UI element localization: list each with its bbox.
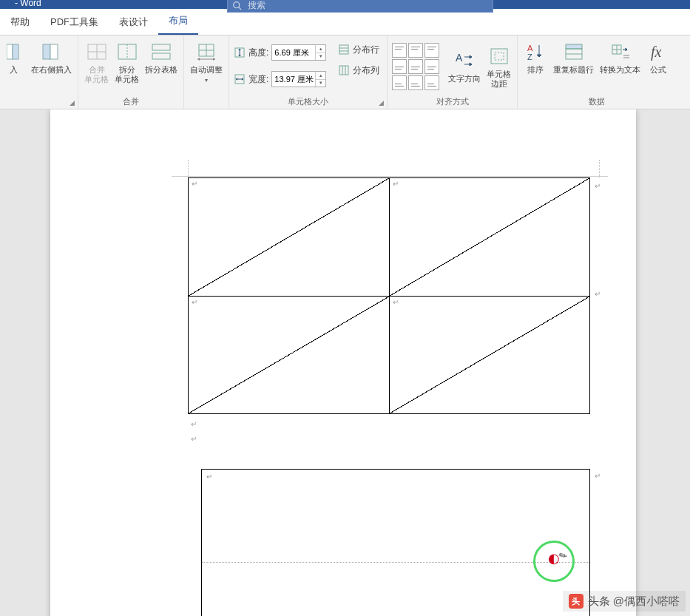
group-autofit: 自动调整▾ [184, 35, 229, 109]
table-2x2[interactable]: ↵ ↵ ↵ ↵ [188, 177, 590, 414]
paragraph-mark-icon: ↵ [595, 290, 601, 298]
alignment-grid [392, 43, 439, 90]
height-spin-down[interactable]: ▼ [315, 53, 325, 61]
document-area[interactable]: ↵ ↵ ↵ ↵ ↵ ↵ ↵ ↵ ↵ ◐ ✎ ↵ 头 头条 @偶西小嗒嗒 [0, 109, 690, 616]
paragraph-mark-icon: ↵ [393, 298, 399, 306]
sort-button[interactable]: AZ 排序 [522, 38, 549, 76]
align-middle-center[interactable] [408, 59, 423, 74]
distribute-rows-button[interactable]: 分布行 [335, 41, 382, 58]
formula-button[interactable]: fx 公式 [645, 38, 672, 76]
paragraph-mark-icon: ↵ [595, 472, 601, 480]
cell-r1c1[interactable]: ↵ [189, 178, 390, 297]
svg-text:Z: Z [527, 53, 532, 61]
margin-guide [172, 176, 608, 177]
autofit-button[interactable]: 自动调整▾ [189, 38, 224, 87]
text-box[interactable]: ↵ ◐ ✎ [201, 469, 590, 616]
page: ↵ ↵ ↵ ↵ ↵ ↵ ↵ ↵ ↵ ◐ ✎ ↵ [50, 109, 636, 616]
svg-rect-27 [491, 49, 507, 64]
align-bottom-left[interactable] [392, 75, 407, 90]
svg-rect-2 [7, 44, 13, 59]
svg-text:fx: fx [651, 44, 662, 61]
app-title: - Word [15, 0, 41, 8]
svg-rect-31 [566, 44, 582, 49]
distribute-cols-button[interactable]: 分布列 [335, 62, 382, 78]
align-middle-left[interactable] [392, 59, 407, 74]
watermark: 头 头条 @偶西小嗒嗒 [563, 591, 686, 612]
align-bottom-right[interactable] [425, 75, 439, 90]
search-placeholder: 搜索 [248, 0, 265, 12]
insert-right-button[interactable]: 在右侧插入 [30, 38, 73, 76]
align-middle-right[interactable] [425, 59, 439, 74]
cell-r2c2[interactable]: ↵ [389, 296, 590, 414]
watermark-text: 头条 @偶西小嗒嗒 [588, 595, 680, 609]
svg-text:A: A [527, 44, 533, 53]
paragraph-mark-icon: ↵ [192, 180, 197, 188]
cell-margins-button[interactable]: 单元格 边距 [485, 43, 513, 90]
cell-r1c2[interactable]: ↵ [389, 178, 590, 297]
toutiao-logo-icon: 头 [569, 594, 584, 609]
height-icon [234, 47, 246, 58]
align-top-left[interactable] [392, 43, 407, 58]
split-table-button[interactable]: 拆分表格 [143, 38, 179, 76]
tab-table-design[interactable]: 表设计 [109, 10, 158, 35]
paragraph-mark-icon: ↵ [191, 435, 197, 443]
height-spin-up[interactable]: ▲ [315, 45, 325, 53]
svg-rect-3 [13, 44, 18, 59]
search-box[interactable]: 搜索 [227, 0, 493, 13]
insert-left-button[interactable]: 入 [0, 38, 27, 76]
svg-text:A: A [456, 52, 463, 64]
width-label: 宽度: [248, 73, 268, 86]
paragraph-mark-icon: ↵ [191, 420, 197, 428]
cell-r2c1[interactable]: ↵ [189, 296, 390, 414]
tab-help[interactable]: 帮助 [0, 10, 40, 35]
width-icon [234, 73, 246, 85]
search-icon [232, 1, 242, 10]
group-rows-cols: 入 在右侧插入 ◢ [0, 35, 78, 109]
group-cell-size-label: 单元格大小 [234, 94, 382, 109]
repeat-header-button[interactable]: 重复标题行 [552, 38, 595, 76]
paragraph-mark-icon: ↵ [206, 473, 212, 481]
group-alignment-label: 对齐方式 [392, 94, 513, 109]
width-spin-down[interactable]: ▼ [315, 80, 325, 87]
align-top-right[interactable] [425, 43, 439, 58]
svg-point-0 [234, 1, 240, 7]
height-input[interactable]: 6.69 厘米 ▲▼ [271, 44, 326, 61]
svg-rect-11 [152, 44, 170, 50]
title-bar: - Word 搜索 [0, 0, 690, 9]
svg-rect-5 [50, 44, 58, 59]
paragraph-mark-icon: ↵ [393, 180, 399, 188]
height-label: 高度: [248, 47, 268, 59]
svg-rect-28 [495, 53, 504, 60]
group-merge: 合并 单元格 拆分 单元格 拆分表格 合并 [78, 35, 184, 109]
split-guide-line [202, 562, 589, 563]
ribbon: 入 在右侧插入 ◢ 合并 单元格 拆分 单元格 拆分表格 合 [0, 35, 690, 109]
svg-rect-4 [43, 44, 50, 59]
merge-cells-button[interactable]: 合并 单元格 [83, 38, 110, 86]
tab-pdf-tools[interactable]: PDF工具集 [40, 10, 109, 35]
paragraph-mark-icon: ↵ [192, 298, 197, 306]
cursor-highlight: ◐ ✎ [533, 541, 575, 582]
group-data: AZ 排序 重复标题行 转换为文本 fx 公式 数据 [518, 35, 676, 109]
svg-line-1 [239, 7, 241, 9]
group-data-label: 数据 [522, 94, 672, 109]
align-bottom-center[interactable] [408, 75, 423, 90]
group-alignment: A 文字方向 单元格 边距 对齐方式 [388, 35, 518, 109]
rows-cols-dialog-launcher[interactable]: ◢ [67, 98, 76, 107]
svg-rect-20 [339, 45, 348, 54]
tab-layout[interactable]: 布局 [158, 8, 198, 35]
ribbon-tabs: 帮助 PDF工具集 表设计 布局 [0, 9, 690, 35]
svg-rect-23 [339, 66, 348, 75]
cell-size-dialog-launcher[interactable]: ◢ [376, 98, 385, 107]
width-spin-up[interactable]: ▲ [315, 72, 325, 80]
align-top-center[interactable] [408, 43, 423, 58]
width-input[interactable]: 13.97 厘米 ▲▼ [271, 71, 326, 87]
group-merge-label: 合并 [83, 94, 179, 109]
convert-to-text-button[interactable]: 转换为文本 [598, 38, 642, 76]
group-cell-size: 高度: 6.69 厘米 ▲▼ 宽度: 13.97 厘米 ▲▼ [229, 35, 388, 109]
split-cells-button[interactable]: 拆分 单元格 [113, 38, 141, 86]
svg-rect-12 [152, 53, 170, 59]
text-direction-button[interactable]: A 文字方向 [447, 47, 482, 85]
paragraph-mark-icon: ↵ [595, 182, 601, 190]
